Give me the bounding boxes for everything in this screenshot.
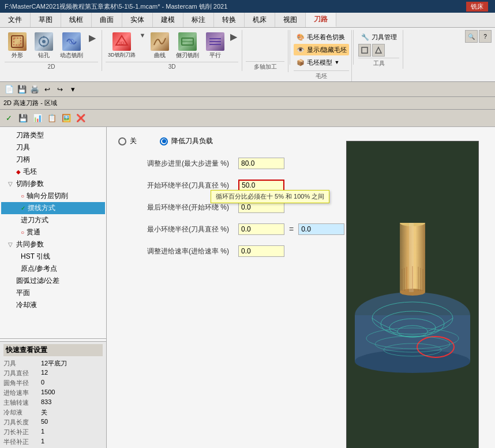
3d-dropdown[interactable]: ▼	[139, 31, 147, 39]
ribbon-tab-dimension[interactable]: 标注	[183, 13, 214, 27]
quick-info-row-进给速率: 进给速率1500	[3, 388, 103, 398]
title-text: F:\MasterCAM2021视频教程第五章素材\5-1\5-1.mcam* …	[5, 2, 227, 11]
parallel-icon	[206, 32, 224, 51]
help-btn[interactable]: ?	[479, 30, 492, 43]
end-loop-label: 最后环绕半径(开始环绕 %)	[118, 203, 234, 212]
tree-item-coolant[interactable]: 冷却液	[1, 299, 105, 311]
svg-rect-14	[362, 47, 367, 53]
qa-print[interactable]: 🖨️	[29, 84, 40, 95]
tool-manage-btn[interactable]: 🔧 刀具管理	[358, 31, 399, 43]
3d-more-btn[interactable]: ▶	[230, 31, 237, 42]
ribbon-btn-outer[interactable]: 外形	[5, 31, 30, 61]
show-hide-label: 显示/隐藏毛坯	[307, 46, 347, 54]
tree-item-origin[interactable]: 原点/参考点	[1, 263, 105, 275]
svg-rect-38	[409, 223, 414, 292]
radio-off[interactable]: 关	[118, 136, 137, 146]
ribbon-tab-view[interactable]: 视图	[275, 13, 306, 27]
tree-label-hst_line: HST 引线	[21, 252, 50, 262]
ribbon-content: 外形 钻孔 动态铣削 ▶ 2D	[0, 28, 495, 81]
tool-btn1[interactable]	[358, 44, 371, 57]
main-wrapper: ✓ 💾 📊 📋 🖼️ ❌ 刀路类型 刀具 刀柄 ◆毛坯▽切削参数 ○轴向分层切削…	[0, 110, 495, 448]
tree-item-tool[interactable]: 刀具	[1, 141, 105, 154]
tree-item-arc_filter[interactable]: 圆弧过滤/公差	[1, 275, 105, 287]
ribbon-tab-machine[interactable]: 机床	[245, 13, 275, 27]
ribbon-btn-curve[interactable]: 曲线	[147, 31, 172, 61]
tree-item-hst_line[interactable]: HST 引线	[1, 251, 105, 263]
blank-model-dropdown[interactable]: ▼	[334, 59, 339, 65]
qa-undo[interactable]: ↩	[42, 84, 53, 95]
form-row-start-loop: 开始环绕半径(刀具直径 %) 循环百分比必须在十 5% 和 100% 之间	[118, 180, 332, 191]
qi-label: 半径补正	[3, 438, 41, 446]
show-hide-icon: 👁️	[296, 45, 305, 54]
2d-more-btn[interactable]: ▶	[88, 31, 97, 44]
dialog-cancel-btn[interactable]: ❌	[74, 112, 87, 125]
ribbon-tab-toolpath[interactable]: 刀路	[306, 13, 336, 27]
blank-model-btn[interactable]: 📦 毛坯模型 ▼	[294, 57, 349, 68]
ribbon-tab-solid[interactable]: 实体	[122, 13, 153, 27]
tree-item-blank[interactable]: ◆毛坯	[1, 166, 105, 178]
qa-more[interactable]: ▾	[67, 84, 78, 95]
ribbon-btn-side[interactable]: 侧刃铣削	[174, 31, 201, 61]
right-content: 关 降低刀具负载 调整步进里(最大步进量 %)	[107, 127, 495, 448]
adjust-step-input[interactable]	[238, 158, 284, 169]
blank-model-icon: 📦	[296, 58, 305, 67]
tree-item-plane[interactable]: 平面	[1, 287, 105, 299]
dialog-preview-btn[interactable]: 🖼️	[60, 112, 73, 125]
qi-value: 1	[41, 438, 44, 446]
ribbon-tab-model[interactable]: 建模	[153, 13, 183, 27]
quick-info-row-半径补正: 半径补正1	[3, 437, 103, 447]
quick-access-toolbar: 📄 💾 🖨️ ↩ ↪ ▾	[0, 82, 495, 97]
tree-item-roughing[interactable]: ○贯通	[1, 226, 105, 238]
dialog-save-btn[interactable]: 💾	[17, 112, 29, 125]
path-text: 2D 高速刀路 - 区域	[3, 99, 57, 107]
tree-item-move_method[interactable]: ✓摆线方式	[1, 202, 105, 214]
tree-item-common_params[interactable]: ▽共同参数	[1, 238, 105, 251]
feedrate-input[interactable]	[238, 245, 284, 257]
qi-label: 刀长补正	[3, 428, 41, 436]
min-loop-input2[interactable]	[298, 223, 344, 235]
tree-item-entry_method[interactable]: 进刀方式	[1, 214, 105, 226]
ribbon-tab-file[interactable]: 文件	[0, 13, 31, 27]
ribbon-btn-drill[interactable]: 钻孔	[31, 31, 57, 61]
dialog-copy-btn[interactable]: 📋	[46, 112, 58, 125]
ribbon-tab-transform[interactable]: 转换	[214, 13, 245, 27]
show-hide-blank-btn[interactable]: 👁️ 显示/隐藏毛坯	[294, 44, 349, 55]
ribbon-btn-parallel[interactable]: 平行	[202, 31, 228, 61]
qi-value: 1	[41, 428, 44, 436]
tree-item-toolpath_type[interactable]: 刀路类型	[1, 129, 105, 141]
dialog-ok-btn[interactable]: ✓	[2, 112, 15, 125]
drill-label: 钻孔	[38, 51, 50, 59]
svg-point-3	[42, 40, 46, 43]
tool-btn2[interactable]	[372, 44, 385, 57]
end-loop-input[interactable]	[238, 201, 284, 213]
tool-group-items: 🔧 刀具管理	[358, 31, 399, 57]
tree-item-axial_layer[interactable]: ○轴向分层切削	[1, 190, 105, 202]
ribbon-group-2d-items: 外形 钻孔 动态铣削 ▶	[5, 31, 98, 61]
2d-group-label: 2D	[5, 62, 98, 70]
tree-icon-blank: ◆	[16, 169, 21, 175]
ribbon-group-3d: 3D 3D铣削刀路 ▼ 曲线 侧刃铣削	[102, 30, 242, 71]
qi-label: 刀具直径	[3, 369, 41, 378]
start-loop-input[interactable]	[238, 180, 284, 191]
qa-save[interactable]: 💾	[16, 84, 28, 95]
qa-redo[interactable]: ↪	[54, 84, 66, 95]
tree-expand-common_params[interactable]: ▽	[8, 241, 14, 248]
ribbon-tab-wireframe[interactable]: 线框	[61, 13, 92, 27]
ribbon-tab-surface[interactable]: 曲面	[92, 13, 122, 27]
dialog-stats-btn[interactable]: 📊	[31, 112, 44, 125]
ribbon-group-2d: 外形 钻孔 动态铣削 ▶ 2D	[1, 30, 102, 71]
qi-value: 1500	[41, 389, 55, 397]
tree-item-handle[interactable]: 刀柄	[1, 154, 105, 166]
radio-reduce-circle	[160, 137, 168, 145]
ribbon-btn-path3d[interactable]: 3D 3D铣削刀路	[106, 31, 138, 60]
tree-expand-cut_params[interactable]: ▽	[8, 181, 14, 187]
blank-color-btn[interactable]: 🎨 毛坯着色切换	[294, 31, 349, 43]
ribbon-btn-dynamic[interactable]: 动态铣削	[58, 31, 85, 61]
radio-reduce-load[interactable]: 降低刀具负载	[160, 136, 213, 146]
ribbon-tab-sketch[interactable]: 草图	[31, 13, 61, 27]
min-loop-input1[interactable]	[238, 223, 284, 235]
qa-new[interactable]: 📄	[3, 84, 15, 95]
search-btn[interactable]: 🔍	[465, 30, 478, 43]
side-label: 侧刃铣削	[176, 51, 199, 59]
tree-item-cut_params[interactable]: ▽切削参数	[1, 178, 105, 190]
